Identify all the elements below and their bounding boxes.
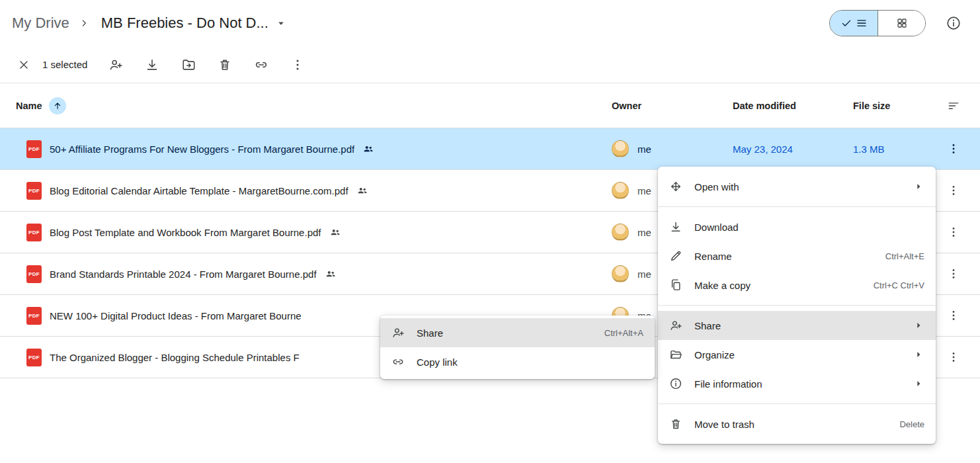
menu-item-move-to-trash[interactable]: Move to trashDelete — [658, 409, 936, 439]
menu-item-open-with[interactable]: Open with — [658, 172, 936, 201]
download-icon — [669, 220, 682, 233]
shared-people-icon — [325, 268, 337, 280]
header-bar: My Drive MB Freebies - Do Not D... — [0, 0, 980, 46]
details-info-button[interactable] — [940, 10, 967, 36]
more-vert-icon — [947, 309, 960, 322]
menu-shortcut: Ctrl+C Ctrl+V — [874, 280, 924, 290]
menu-item-label: Organize — [694, 349, 901, 360]
menu-item-download[interactable]: Download — [658, 212, 936, 241]
menu-item-label: Move to trash — [694, 419, 887, 430]
owner-name: me — [637, 269, 651, 280]
selected-count: 1 selected — [42, 59, 87, 70]
breadcrumb-my-drive[interactable]: My Drive — [11, 12, 71, 34]
menu-shortcut: Delete — [899, 419, 924, 429]
move-to-trash-button[interactable] — [212, 52, 237, 77]
file-name: NEW 100+ Digital Product Ideas - From Ma… — [50, 310, 302, 321]
list-view-button[interactable] — [830, 11, 878, 36]
row-more-actions-button[interactable] — [942, 179, 965, 202]
row-actions-cell — [927, 137, 980, 161]
row-more-actions-button[interactable] — [942, 345, 965, 369]
menu-item-label: Open with — [694, 181, 901, 192]
file-name-cell: PDF 50+ Affiliate Programs For New Blogg… — [0, 140, 612, 158]
more-vert-icon — [290, 58, 305, 72]
pdf-icon: PDF — [26, 349, 42, 366]
share-button[interactable] — [103, 52, 128, 77]
row-more-actions-button[interactable] — [942, 220, 965, 244]
file-name-cell: PDF Blog Post Template and Workbook From… — [0, 224, 612, 241]
file-name: 50+ Affiliate Programs For New Bloggers … — [50, 144, 354, 155]
more-actions-button[interactable] — [285, 52, 310, 77]
pdf-icon: PDF — [26, 265, 42, 283]
trash-icon — [218, 58, 232, 72]
breadcrumb-current-folder[interactable]: MB Freebies - Do Not D... — [97, 12, 291, 34]
column-header-date-modified[interactable]: Date modified — [733, 101, 853, 111]
menu-item-file-information[interactable]: File information — [658, 369, 936, 398]
move-button[interactable] — [176, 52, 201, 77]
sort-ascending-button[interactable] — [49, 97, 66, 114]
folder-move-icon — [181, 58, 196, 72]
trash-icon — [669, 417, 682, 431]
owner-avatar — [612, 224, 629, 241]
sort-icon — [947, 99, 960, 112]
column-header-name[interactable]: Name — [16, 101, 42, 111]
menu-item-share[interactable]: ShareCtrl+Alt+A — [380, 318, 655, 347]
breadcrumb: My Drive MB Freebies - Do Not D... — [11, 12, 291, 34]
menu-item-share[interactable]: Share — [658, 311, 936, 340]
pdf-icon: PDF — [26, 224, 42, 241]
menu-item-organize[interactable]: Organize — [658, 340, 936, 369]
owner-avatar — [612, 182, 629, 199]
file-name: The Organized Blogger - Blogging Schedul… — [50, 352, 300, 363]
file-name: Blog Post Template and Workbook From Mar… — [50, 227, 321, 238]
info-icon — [946, 15, 961, 31]
owner-name: me — [637, 185, 651, 196]
row-more-actions-button[interactable] — [942, 262, 965, 286]
menu-item-label: Share — [694, 320, 901, 331]
selection-toolbar: 1 selected — [0, 46, 980, 83]
view-toggle — [829, 10, 926, 36]
name-header-cell: Name — [0, 97, 612, 114]
sort-options-cell — [927, 94, 980, 118]
column-header-file-size[interactable]: File size — [853, 101, 927, 111]
person-add-icon — [669, 319, 682, 332]
file-table-header: Name Owner Date modified File size — [0, 83, 980, 128]
menu-item-rename[interactable]: RenameCtrl+Alt+E — [658, 241, 936, 271]
menu-shortcut: Ctrl+Alt+A — [604, 328, 643, 338]
chevron-right-icon — [79, 18, 89, 28]
sort-options-button[interactable] — [942, 94, 965, 118]
menu-divider — [658, 305, 936, 306]
menu-item-copy-link[interactable]: Copy link — [380, 347, 655, 376]
file-row[interactable]: PDF 50+ Affiliate Programs For New Blogg… — [0, 128, 980, 170]
shared-people-icon — [356, 185, 368, 196]
file-name-cell: PDF Blog Editorial Calendar Airtable Tem… — [0, 182, 612, 200]
arrow-up-icon — [52, 101, 63, 111]
grid-view-button[interactable] — [878, 11, 925, 36]
menu-divider — [658, 403, 936, 404]
clear-selection-button[interactable] — [12, 53, 36, 77]
copy-link-button[interactable] — [249, 52, 274, 77]
date-modified: May 23, 2024 — [733, 144, 853, 155]
file-name-cell: PDF Brand Standards Printable 2024 - Fro… — [0, 265, 612, 283]
menu-item-label: Share — [417, 327, 592, 339]
menu-item-make-a-copy[interactable]: Make a copyCtrl+C Ctrl+V — [658, 271, 936, 300]
person-add-icon — [108, 58, 123, 72]
submenu-arrow-icon — [913, 349, 924, 360]
more-vert-icon — [947, 351, 960, 364]
more-vert-icon — [947, 226, 960, 239]
more-vert-icon — [947, 184, 960, 197]
link-icon — [254, 58, 268, 72]
google-drive-window: My Drive MB Freebies - Do Not D... — [0, 0, 980, 463]
owner-avatar — [612, 140, 629, 157]
row-more-actions-button[interactable] — [942, 304, 965, 327]
owner-name: me — [637, 144, 651, 155]
download-button[interactable] — [140, 52, 165, 77]
file-name: Blog Editorial Calendar Airtable Templat… — [50, 185, 348, 196]
submenu-arrow-icon — [913, 181, 924, 192]
copy-icon — [669, 278, 682, 292]
row-more-actions-button[interactable] — [942, 137, 965, 161]
edit-icon — [669, 249, 682, 263]
column-header-owner[interactable]: Owner — [612, 101, 733, 111]
check-icon — [840, 17, 852, 29]
shared-people-icon — [362, 143, 374, 155]
pdf-icon: PDF — [26, 182, 42, 200]
submenu-arrow-icon — [913, 378, 924, 390]
